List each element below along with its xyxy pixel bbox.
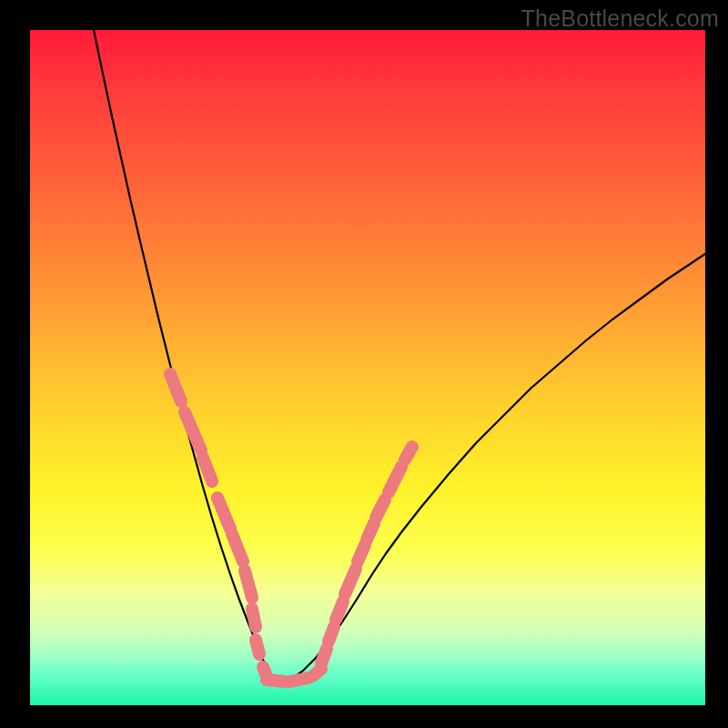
highlight-segment-18 — [376, 500, 385, 518]
highlight-segment-10 — [290, 678, 308, 682]
highlight-segment-12 — [321, 649, 327, 663]
highlight-segment-19 — [389, 467, 401, 492]
highlight-segment-14 — [336, 602, 343, 620]
highlight-segment-15 — [345, 569, 356, 594]
curve-highlight-segments — [170, 374, 412, 682]
highlight-segment-3 — [217, 498, 230, 529]
chart-svg — [30, 30, 705, 705]
highlight-segment-7 — [256, 640, 259, 654]
highlight-segment-4 — [232, 534, 243, 561]
highlight-segment-0 — [170, 374, 181, 401]
highlight-segment-11 — [314, 669, 321, 675]
highlight-segment-1 — [185, 412, 201, 450]
highlight-segment-13 — [329, 627, 334, 642]
chart-plot-area — [30, 30, 705, 705]
highlight-segment-5 — [245, 571, 252, 598]
highlight-segment-20 — [405, 447, 412, 460]
highlight-segment-6 — [252, 609, 256, 627]
highlight-segment-17 — [367, 523, 374, 540]
highlight-segment-2 — [203, 458, 212, 481]
watermark-text: TheBottleneck.com — [521, 5, 719, 32]
highlight-segment-16 — [358, 545, 365, 561]
highlight-segment-9 — [267, 680, 285, 682]
